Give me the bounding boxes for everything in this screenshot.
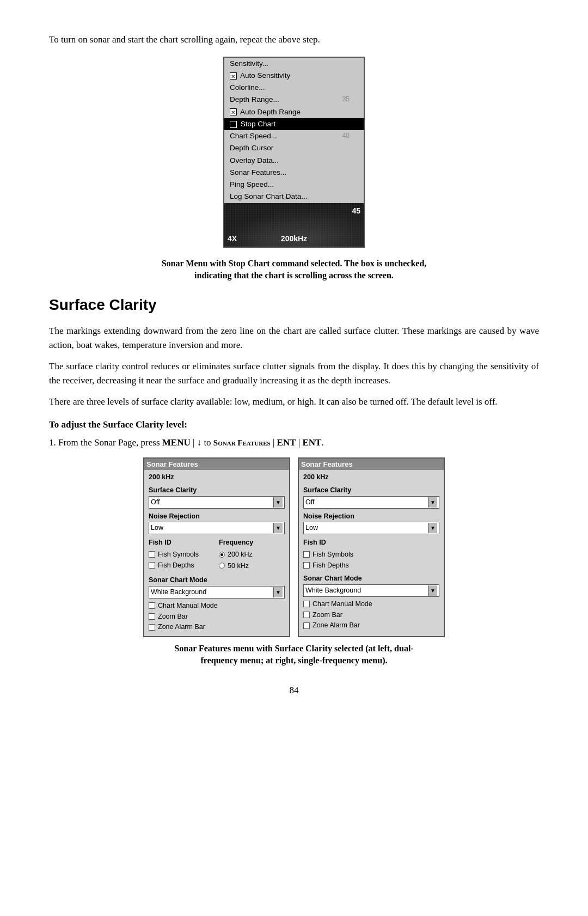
panel-left-fish-depths-cb[interactable] bbox=[149, 562, 155, 569]
panel-left-fish-freq: Fish ID Fish Symbols Fish Depths Frequen… bbox=[149, 538, 285, 572]
page-number: 84 bbox=[49, 683, 539, 698]
panel-left-nr-label: Noise Rejection bbox=[149, 511, 285, 522]
panel-right-zb-label: Zoom Bar bbox=[313, 610, 342, 620]
section-title: Surface Clarity bbox=[49, 294, 539, 316]
panel-left-nr-dropdown[interactable]: Low ▼ bbox=[149, 522, 285, 534]
sonar-caption: Sonar Menu with Stop Chart command selec… bbox=[49, 258, 539, 282]
panel-left-200khz-row: 200 kHz bbox=[219, 549, 285, 560]
features-panels: Sonar Features 200 kHz Surface Clarity O… bbox=[49, 457, 539, 637]
menu-item-depth-range: Depth Range...35 bbox=[224, 94, 364, 106]
body-paragraph-1: The markings extending downward from the… bbox=[49, 324, 539, 352]
panel-right-sc-label: Surface Clarity bbox=[303, 485, 439, 496]
sonar-depth-label: 45 bbox=[352, 205, 360, 217]
menu-item-chart-speed: Chart Speed...40 bbox=[224, 130, 364, 142]
panel-left-scm-value: White Background bbox=[151, 587, 273, 597]
sonar-zoom-label: 4X bbox=[228, 233, 237, 245]
step1-down-arrow: ↓ bbox=[197, 437, 202, 448]
panel-left-col-fish: Fish ID Fish Symbols Fish Depths bbox=[149, 538, 215, 572]
panel-left-cmm-cb[interactable] bbox=[149, 602, 155, 609]
panel-left-nr-value: Low bbox=[151, 523, 273, 533]
panel-right-zab-row: Zone Alarm Bar bbox=[303, 620, 439, 631]
panel-right-sc-dropdown[interactable]: Off ▼ bbox=[303, 496, 439, 509]
panel-left-fish-symbols-cb[interactable] bbox=[149, 551, 155, 558]
auto-depth-checkbox bbox=[230, 108, 237, 115]
panel-left-zab-cb[interactable] bbox=[149, 624, 155, 631]
menu-item-depth-cursor: Depth Cursor bbox=[224, 142, 364, 154]
step1-pipe2: | bbox=[296, 437, 303, 448]
features-panel-left: Sonar Features 200 kHz Surface Clarity O… bbox=[143, 457, 290, 637]
panel-right-title: Sonar Features bbox=[299, 459, 444, 471]
panel-left-scm-dropdown[interactable]: White Background ▼ bbox=[149, 586, 285, 599]
panel-left-cmm-row: Chart Manual Mode bbox=[149, 601, 285, 611]
panel-left-sc-value: Off bbox=[151, 497, 273, 508]
menu-item-auto-depth-range: Auto Depth Range bbox=[224, 106, 364, 118]
panel-left-zb-label: Zoom Bar bbox=[158, 612, 188, 622]
panel-right-fish-symbols-label: Fish Symbols bbox=[313, 549, 353, 560]
sonar-caption-line2: indicating that the chart is scrolling a… bbox=[194, 271, 394, 280]
panel-left-fish-depths-label: Fish Depths bbox=[158, 560, 194, 571]
panel-left-zab-row: Zone Alarm Bar bbox=[149, 622, 285, 632]
panel-left-title: Sonar Features bbox=[144, 459, 289, 471]
step1-ent2: ENT bbox=[302, 437, 321, 448]
panel-right-cmm-cb[interactable] bbox=[303, 601, 310, 607]
panel-left-scm-label: Sonar Chart Mode bbox=[149, 575, 285, 585]
panel-right-fish-depths-label: Fish Depths bbox=[313, 560, 349, 571]
panel-left-fish-id-label: Fish ID bbox=[149, 538, 215, 548]
step1-period: . bbox=[321, 437, 323, 448]
features-caption-line1: Sonar Features menu with Surface Clarity… bbox=[174, 644, 413, 653]
panel-left-sc-label: Surface Clarity bbox=[149, 485, 285, 496]
panel-left-200khz-radio[interactable] bbox=[219, 552, 225, 558]
menu-item-log-sonar: Log Sonar Chart Data... bbox=[224, 191, 364, 203]
panel-left-sc-dropdown[interactable]: Off ▼ bbox=[149, 496, 285, 509]
panel-right-scm-dropdown[interactable]: White Background ▼ bbox=[303, 584, 439, 597]
panel-right-fish-depths-row: Fish Depths bbox=[303, 560, 439, 571]
panel-right-sc-value: Off bbox=[305, 497, 428, 508]
panel-left-cmm-label: Chart Manual Mode bbox=[158, 601, 218, 611]
panel-left-fish-depths-row: Fish Depths bbox=[149, 560, 215, 571]
step1-prefix: 1. From the Sonar Page, press bbox=[49, 437, 162, 448]
panel-left-col-freq: Frequency 200 kHz 50 kHz bbox=[219, 538, 285, 572]
panel-right-zb-row: Zoom Bar bbox=[303, 610, 439, 620]
panel-right-nr-dropdown[interactable]: Low ▼ bbox=[303, 522, 439, 534]
step1-ent1: ENT bbox=[277, 437, 296, 448]
subsection-title: To adjust the Surface Clarity level: bbox=[49, 418, 539, 432]
auto-sensitivity-checkbox bbox=[230, 72, 237, 80]
stop-chart-checkbox bbox=[230, 121, 237, 128]
panel-left-frequency-label: Frequency bbox=[219, 538, 285, 548]
step1-sonar-features: Sonar Features bbox=[213, 438, 271, 447]
panel-right-fish-depths-cb[interactable] bbox=[303, 562, 310, 569]
step-1: 1. From the Sonar Page, press MENU | ↓ t… bbox=[49, 436, 539, 450]
step1-menu-key: MENU bbox=[162, 437, 191, 448]
menu-item-sensitivity: Sensitivity... bbox=[224, 58, 364, 70]
panel-right-fish-symbols-row: Fish Symbols bbox=[303, 549, 439, 560]
intro-text: To turn on sonar and start the chart scr… bbox=[49, 33, 539, 47]
step1-pipe1: | bbox=[271, 437, 277, 448]
panel-right-zab-label: Zone Alarm Bar bbox=[313, 620, 360, 631]
panel-right-cmm-label: Chart Manual Mode bbox=[313, 599, 372, 609]
menu-item-colorline: Colorline... bbox=[224, 82, 364, 94]
step1-to-text: to bbox=[201, 437, 213, 448]
sonar-caption-line1: Sonar Menu with Stop Chart command selec… bbox=[162, 259, 427, 268]
panel-left-sc-arrow: ▼ bbox=[273, 497, 283, 508]
sonar-menu-screenshot: Sensitivity... Auto Sensitivity Colorlin… bbox=[49, 57, 539, 248]
panel-left-50khz-radio[interactable] bbox=[219, 563, 225, 569]
panel-left-fish-symbols-row: Fish Symbols bbox=[149, 549, 215, 560]
panel-left-zab-label: Zone Alarm Bar bbox=[158, 622, 205, 632]
menu-item-auto-sensitivity: Auto Sensitivity bbox=[224, 70, 364, 82]
panel-right-fish-symbols-cb[interactable] bbox=[303, 551, 310, 558]
panel-left-50khz-row: 50 kHz bbox=[219, 561, 285, 571]
panel-right-scm-arrow: ▼ bbox=[428, 585, 437, 596]
panel-left-zb-cb[interactable] bbox=[149, 613, 155, 620]
panel-left-50khz-label: 50 kHz bbox=[228, 561, 249, 571]
panel-right-zb-cb[interactable] bbox=[303, 612, 310, 618]
panel-right-zab-cb[interactable] bbox=[303, 622, 310, 629]
sonar-display: 4X 200kHz 45 bbox=[224, 203, 364, 247]
panel-right-nr-label: Noise Rejection bbox=[303, 511, 439, 522]
body-paragraph-2: The surface clarity control reduces or e… bbox=[49, 359, 539, 387]
step1-separator: | bbox=[191, 437, 197, 448]
panel-left-nr-arrow: ▼ bbox=[273, 523, 283, 533]
body-paragraph-3: There are three levels of surface clarit… bbox=[49, 395, 539, 409]
panel-right-nr-arrow: ▼ bbox=[428, 523, 437, 533]
panel-left-scm-arrow: ▼ bbox=[273, 587, 283, 597]
menu-item-sonar-features: Sonar Features... bbox=[224, 167, 364, 179]
